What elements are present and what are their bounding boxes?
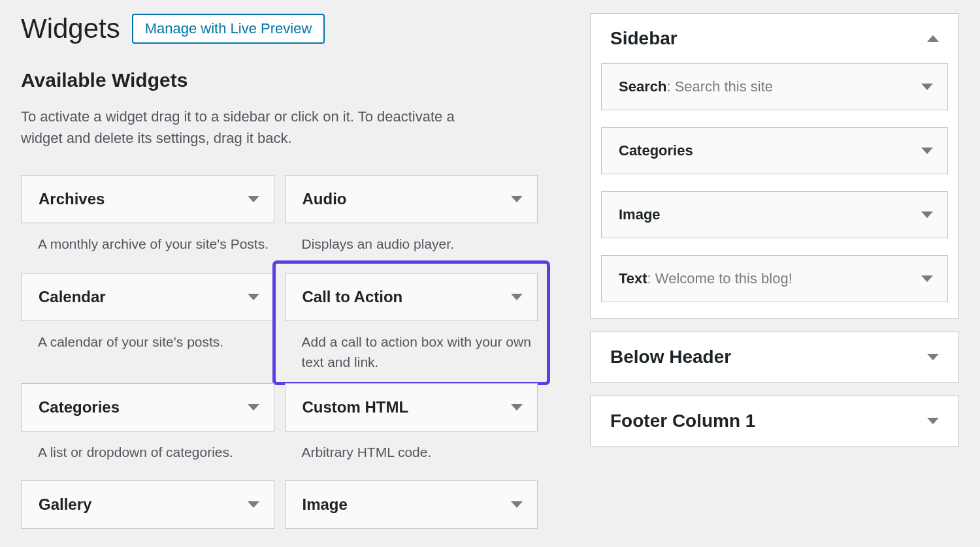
widget-cell: Custom HTML Arbitrary HTML code. — [285, 383, 538, 471]
widget-calendar[interactable]: Calendar — [21, 273, 274, 321]
widget-cell: Archives A monthly archive of your site'… — [21, 175, 274, 262]
widget-label: Image — [302, 495, 348, 514]
placed-widget-text[interactable]: Text: Welcome to this blog! — [601, 255, 948, 302]
placed-widget-label: Categories — [619, 142, 693, 159]
widget-custom-html[interactable]: Custom HTML — [285, 383, 538, 431]
placed-widget-categories[interactable]: Categories — [601, 127, 948, 174]
widget-cell-highlighted: Call to Action Add a call to action box … — [276, 264, 547, 382]
widget-description: A list or dropdown of categories. — [21, 442, 274, 463]
available-widgets-heading: Available Widgets — [21, 69, 538, 91]
chevron-down-icon — [248, 404, 259, 411]
placed-widget-label: Search: Search this site — [619, 78, 773, 95]
chevron-down-icon — [921, 275, 933, 282]
widget-description: Arbitrary HTML code. — [285, 442, 538, 463]
chevron-down-icon — [511, 501, 523, 508]
placed-widget-sub-text: Welcome to this blog! — [655, 270, 792, 287]
widget-label: Audio — [302, 190, 347, 208]
widget-cell: Calendar A calendar of your site's posts… — [21, 273, 274, 373]
placed-widget-name: Text — [619, 270, 647, 287]
widget-cell: Categories A list or dropdown of categor… — [21, 383, 274, 471]
widget-area-header[interactable]: Below Header — [591, 332, 958, 382]
widget-call-to-action[interactable]: Call to Action — [285, 273, 538, 321]
widget-gallery[interactable]: Gallery — [21, 480, 274, 529]
chevron-down-icon — [927, 418, 939, 424]
placed-widget-label: Text: Welcome to this blog! — [619, 270, 792, 287]
placed-widget-sub-text: Search this site — [675, 78, 773, 95]
widget-area-header[interactable]: Sidebar — [591, 14, 958, 63]
widget-description: Displays an audio player. — [285, 234, 538, 255]
widget-area-title: Sidebar — [610, 28, 678, 49]
widget-area-title: Below Header — [610, 347, 731, 367]
widget-label: Categories — [39, 398, 120, 416]
widget-area-footer-column-1: Footer Column 1 — [590, 396, 959, 446]
chevron-down-icon — [927, 354, 939, 360]
widget-area-header[interactable]: Footer Column 1 — [591, 396, 958, 446]
chevron-up-icon — [927, 35, 939, 42]
widget-description: A monthly archive of your site's Posts. — [21, 234, 274, 255]
widget-label: Calendar — [39, 288, 106, 306]
chevron-down-icon — [511, 294, 523, 300]
chevron-down-icon — [248, 196, 259, 202]
widget-description: Add a call to action box with your own t… — [285, 332, 538, 373]
placed-widget-name: Search — [619, 78, 666, 95]
widget-cell: Gallery — [21, 480, 274, 537]
chevron-down-icon — [511, 404, 523, 411]
widget-label: Call to Action — [302, 288, 403, 306]
manage-live-preview-button[interactable]: Manage with Live Preview — [132, 14, 325, 44]
widget-cell: Image — [285, 480, 538, 537]
placed-widget-sub: : Search this site — [666, 78, 773, 95]
widget-label: Archives — [39, 190, 105, 208]
widget-image[interactable]: Image — [285, 480, 538, 529]
placed-widget-sub: : Welcome to this blog! — [647, 270, 792, 287]
widget-area-title: Footer Column 1 — [610, 411, 755, 431]
available-widgets-intro: To activate a widget drag it to a sideba… — [21, 106, 478, 149]
chevron-down-icon — [248, 294, 259, 300]
placed-widget-search[interactable]: Search: Search this site — [601, 63, 948, 110]
chevron-down-icon — [921, 148, 933, 154]
widget-area-sidebar: Sidebar Search: Search this site Categor… — [590, 13, 959, 319]
widget-label: Custom HTML — [302, 398, 409, 416]
available-widgets-grid: Archives A monthly archive of your site'… — [21, 175, 538, 537]
widget-archives[interactable]: Archives — [21, 175, 274, 223]
widget-categories[interactable]: Categories — [21, 383, 274, 431]
chevron-down-icon — [248, 501, 259, 508]
page-title: Widgets — [21, 13, 120, 44]
chevron-down-icon — [511, 196, 523, 202]
page-header: Widgets Manage with Live Preview — [21, 13, 538, 44]
widget-description: A calendar of your site's posts. — [21, 332, 274, 352]
chevron-down-icon — [921, 84, 933, 90]
widget-area-body: Search: Search this site Categories Imag… — [591, 63, 958, 318]
widget-audio[interactable]: Audio — [285, 175, 538, 223]
widget-area-below-header: Below Header — [590, 332, 959, 383]
placed-widget-label: Image — [619, 206, 661, 223]
placed-widget-image[interactable]: Image — [601, 191, 948, 238]
widget-label: Gallery — [39, 495, 91, 514]
chevron-down-icon — [921, 211, 933, 218]
widget-cell: Audio Displays an audio player. — [285, 175, 538, 262]
